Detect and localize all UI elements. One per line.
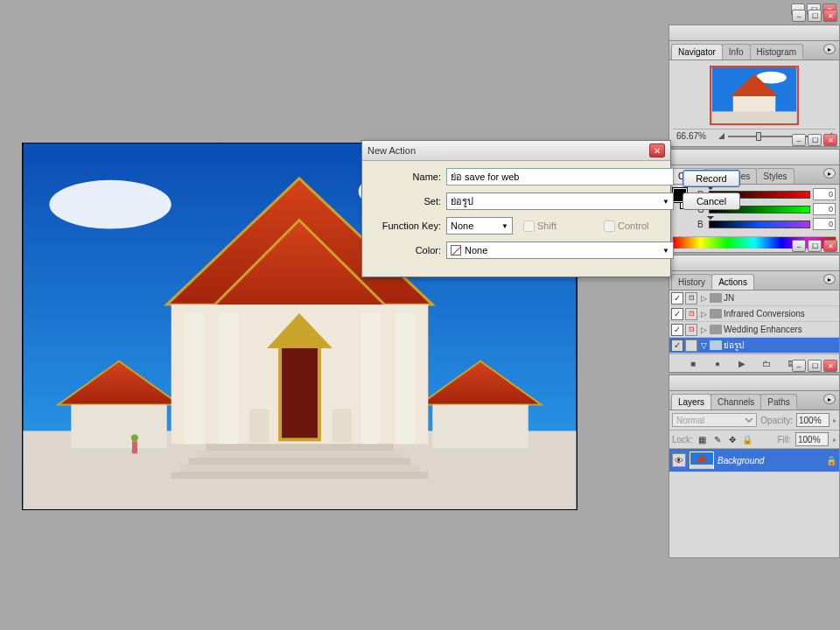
dialog-toggle-icon[interactable]: ⊡ bbox=[685, 308, 697, 320]
opacity-value[interactable]: 100% bbox=[796, 413, 830, 427]
toggle-checkbox[interactable]: ✓ bbox=[671, 324, 683, 336]
toggle-checkbox[interactable]: ✓ bbox=[671, 308, 683, 320]
tab-history[interactable]: History bbox=[671, 274, 712, 290]
opacity-label: Opacity: bbox=[760, 416, 793, 425]
function-key-select[interactable]: None ▼ bbox=[446, 217, 513, 234]
red-value[interactable]: 0 bbox=[813, 188, 836, 200]
svg-rect-6 bbox=[71, 405, 166, 449]
set-label: Set: bbox=[371, 196, 441, 206]
expand-icon[interactable]: ▷ bbox=[699, 310, 708, 318]
close-icon[interactable]: ✕ bbox=[823, 240, 837, 252]
set-select[interactable]: ย่อรูป ▼ bbox=[446, 192, 674, 210]
lock-icon: 🔒 bbox=[826, 456, 836, 466]
panel-menu-icon[interactable]: ▸ bbox=[823, 394, 836, 404]
collapse-icon[interactable]: ☐ bbox=[808, 360, 822, 372]
dialog-title-text: New Action bbox=[368, 145, 416, 156]
layers-panel: – ☐ ✕ Layers Channels Paths ▸ Normal Opa… bbox=[668, 374, 840, 558]
tab-layers[interactable]: Layers bbox=[671, 394, 711, 410]
tab-styles[interactable]: Styles bbox=[756, 168, 794, 184]
folder-icon bbox=[710, 293, 722, 303]
tab-actions[interactable]: Actions bbox=[711, 274, 754, 290]
blend-mode-select[interactable]: Normal bbox=[672, 413, 757, 427]
name-label: Name: bbox=[371, 172, 441, 182]
set-value: ย่อรูป bbox=[451, 193, 473, 209]
cancel-button[interactable]: Cancel bbox=[682, 192, 740, 210]
layer-thumbnail[interactable] bbox=[690, 452, 714, 469]
expand-icon[interactable]: ▽ bbox=[699, 341, 708, 350]
actions-panel: – ☐ ✕ History Actions ▸ ✓ ⊡ ▷ JN ✓ bbox=[668, 255, 840, 373]
record-button[interactable]: Record bbox=[682, 170, 740, 187]
panel-menu-icon[interactable]: ▸ bbox=[823, 168, 836, 178]
svg-rect-22 bbox=[189, 458, 411, 465]
visibility-icon[interactable]: 👁 bbox=[672, 453, 686, 467]
control-checkbox[interactable]: Control bbox=[604, 220, 674, 232]
action-name: Infrared Conversions bbox=[724, 309, 805, 318]
close-icon[interactable]: ✕ bbox=[649, 144, 665, 158]
zoom-value[interactable]: 66.67% bbox=[676, 131, 713, 141]
folder-icon bbox=[710, 309, 722, 318]
svg-rect-16 bbox=[280, 344, 319, 439]
zoom-out-icon[interactable] bbox=[718, 133, 724, 139]
shift-label: Shift bbox=[537, 220, 556, 231]
folder-icon bbox=[710, 325, 722, 334]
panel-menu-icon[interactable]: ▸ bbox=[823, 44, 836, 54]
name-input[interactable] bbox=[446, 168, 674, 186]
tab-info[interactable]: Info bbox=[722, 44, 751, 60]
chevron-down-icon: ▼ bbox=[501, 222, 508, 230]
tab-paths[interactable]: Paths bbox=[760, 394, 797, 410]
dialog-titlebar[interactable]: New Action ✕ bbox=[362, 141, 670, 161]
dialog-toggle-icon[interactable] bbox=[685, 340, 697, 352]
svg-rect-31 bbox=[712, 111, 797, 123]
color-swatch-none-icon bbox=[451, 245, 461, 256]
navigator-thumbnail[interactable] bbox=[710, 66, 799, 125]
action-set-row[interactable]: ✓ ⊡ ▷ Infrared Conversions bbox=[669, 306, 839, 322]
svg-rect-18 bbox=[249, 410, 269, 443]
close-icon[interactable]: ✕ bbox=[823, 360, 837, 372]
blue-value[interactable]: 0 bbox=[813, 218, 836, 230]
action-set-row[interactable]: ✓ ⊡ ▷ JN bbox=[669, 290, 839, 306]
minimize-icon[interactable]: – bbox=[792, 240, 806, 252]
action-set-row[interactable]: ✓ ▽ ย่อรูป bbox=[669, 338, 839, 354]
panel-menu-icon[interactable]: ▸ bbox=[823, 274, 836, 284]
lock-transparency-icon[interactable]: ▦ bbox=[697, 434, 708, 444]
stop-icon[interactable]: ■ bbox=[687, 357, 699, 369]
tab-navigator[interactable]: Navigator bbox=[671, 44, 723, 60]
layer-row[interactable]: 👁 Background 🔒 bbox=[669, 449, 839, 472]
svg-rect-24 bbox=[172, 472, 429, 479]
svg-rect-21 bbox=[198, 451, 402, 458]
expand-icon[interactable]: ▷ bbox=[699, 326, 708, 334]
minimize-icon[interactable]: – bbox=[792, 10, 806, 22]
color-select[interactable]: None ▼ bbox=[446, 242, 674, 259]
collapse-icon[interactable]: ☐ bbox=[808, 134, 822, 146]
color-value: None bbox=[465, 245, 487, 256]
dialog-toggle-icon[interactable]: ⊡ bbox=[685, 324, 697, 336]
new-set-icon[interactable]: 🗀 bbox=[760, 357, 773, 369]
collapse-icon[interactable]: ☐ bbox=[808, 10, 822, 22]
collapse-icon[interactable]: ☐ bbox=[808, 240, 822, 252]
shift-checkbox[interactable]: Shift bbox=[523, 220, 593, 232]
green-value[interactable]: 0 bbox=[813, 203, 836, 215]
action-set-row[interactable]: ✓ ⊡ ▷ Wedding Enhancers bbox=[669, 322, 839, 338]
close-icon[interactable]: ✕ bbox=[823, 10, 837, 22]
dialog-toggle-icon[interactable]: ⊡ bbox=[685, 292, 697, 304]
record-icon[interactable]: ● bbox=[711, 357, 724, 369]
lock-move-icon[interactable]: ✥ bbox=[727, 434, 738, 444]
lock-paint-icon[interactable]: ✎ bbox=[712, 434, 723, 444]
fill-value[interactable]: 100% bbox=[795, 432, 829, 446]
minimize-icon[interactable]: – bbox=[792, 360, 806, 372]
svg-rect-14 bbox=[361, 313, 381, 444]
function-key-value: None bbox=[451, 220, 473, 231]
play-icon[interactable]: ▶ bbox=[736, 357, 748, 369]
expand-icon[interactable]: ▷ bbox=[699, 294, 708, 303]
svg-rect-20 bbox=[206, 444, 394, 451]
minimize-icon[interactable]: – bbox=[792, 134, 806, 146]
lock-all-icon[interactable]: 🔒 bbox=[742, 434, 752, 444]
tab-histogram[interactable]: Histogram bbox=[750, 44, 804, 60]
tab-channels[interactable]: Channels bbox=[710, 394, 761, 410]
svg-rect-19 bbox=[332, 410, 352, 443]
action-name: ย่อรูป bbox=[724, 339, 744, 352]
lock-label: Lock: bbox=[672, 435, 693, 444]
toggle-checkbox[interactable]: ✓ bbox=[671, 292, 683, 304]
close-icon[interactable]: ✕ bbox=[823, 134, 837, 146]
toggle-checkbox[interactable]: ✓ bbox=[671, 340, 683, 352]
